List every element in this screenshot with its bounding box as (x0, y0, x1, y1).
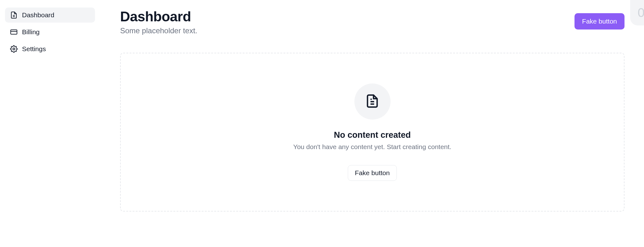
page-subtitle: Some placeholder text. (120, 26, 197, 35)
file-text-icon (365, 94, 380, 110)
sidebar: Dashboard Billing Settings (0, 0, 100, 247)
sidebar-item-label: Billing (22, 28, 40, 36)
title-block: Dashboard Some placeholder text. (120, 9, 197, 35)
empty-state-title: No content created (334, 130, 411, 140)
page-header: Dashboard Some placeholder text. Fake bu… (120, 9, 625, 35)
sidebar-item-dashboard[interactable]: Dashboard (5, 8, 95, 23)
empty-state-icon-circle (354, 83, 391, 120)
page-title: Dashboard (120, 9, 197, 24)
sidebar-item-label: Dashboard (22, 11, 54, 19)
empty-state-panel: No content created You don't have any co… (120, 53, 625, 212)
fake-button-primary[interactable]: Fake button (575, 13, 625, 30)
fake-button-secondary[interactable]: Fake button (348, 165, 397, 181)
sidebar-item-settings[interactable]: Settings (5, 41, 95, 56)
file-text-icon (10, 11, 18, 19)
sidebar-item-label: Settings (22, 45, 46, 53)
main-content: Dashboard Some placeholder text. Fake bu… (100, 0, 644, 247)
corner-badge: 0 (630, 0, 644, 25)
gear-icon (10, 45, 18, 53)
svg-rect-2 (11, 30, 17, 34)
sidebar-item-billing[interactable]: Billing (5, 24, 95, 40)
empty-state-subtitle: You don't have any content yet. Start cr… (293, 143, 452, 151)
svg-point-4 (13, 48, 15, 50)
credit-card-icon (10, 28, 18, 36)
